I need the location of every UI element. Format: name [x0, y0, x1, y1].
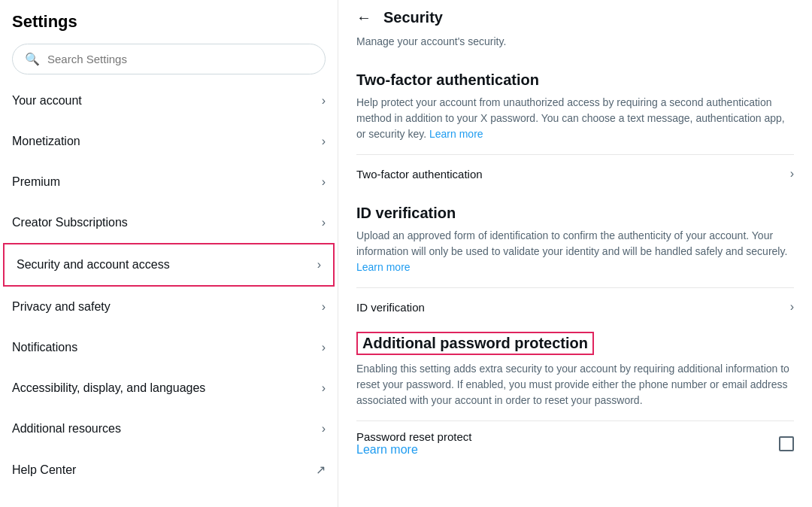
sidebar-item-label: Accessibility, display, and languages — [12, 381, 205, 395]
sidebar-item-your-account[interactable]: Your account › — [0, 80, 338, 121]
sidebar-item-monetization[interactable]: Monetization › — [0, 121, 338, 162]
sidebar: Settings 🔍 Your account › Monetization ›… — [0, 0, 338, 507]
password-reset-row: Password reset protect Learn more — [356, 424, 794, 457]
chevron-right-icon: › — [322, 216, 326, 229]
id-verification-heading: ID verification — [356, 205, 794, 222]
chevron-right-icon: › — [322, 381, 326, 395]
sidebar-item-label: Creator Subscriptions — [12, 216, 128, 229]
chevron-right-icon: › — [790, 300, 794, 314]
sidebar-item-label: Your account — [12, 94, 82, 108]
sidebar-item-accessibility[interactable]: Accessibility, display, and languages › — [0, 368, 338, 408]
password-reset-info: Password reset protect Learn more — [356, 430, 471, 457]
two-factor-auth-desc: Help protect your account from unauthori… — [356, 95, 794, 142]
id-verification-desc: Upload an approved form of identificatio… — [356, 228, 794, 275]
chevron-right-icon: › — [322, 94, 326, 108]
id-verification-item-label: ID verification — [356, 301, 425, 314]
content-title: Security — [383, 9, 443, 26]
sidebar-item-help-center[interactable]: Help Center ↗ — [0, 449, 338, 490]
external-link-icon: ↗ — [316, 463, 326, 477]
search-container: 🔍 — [0, 38, 338, 80]
two-factor-auth-heading: Two-factor authentication — [356, 71, 794, 89]
back-button[interactable]: ← — [356, 9, 371, 26]
chevron-right-icon: › — [322, 422, 326, 436]
section-two-factor-auth: Two-factor authentication Help protect y… — [356, 71, 794, 193]
content-panel: ← Security Manage your account's securit… — [338, 0, 812, 507]
sidebar-item-premium[interactable]: Premium › — [0, 162, 338, 202]
chevron-right-icon: › — [790, 167, 794, 181]
search-input[interactable] — [47, 53, 313, 65]
sidebar-item-label: Notifications — [12, 341, 77, 354]
sidebar-item-label: Premium — [12, 175, 60, 189]
chevron-right-icon: › — [322, 175, 326, 189]
search-icon: 🔍 — [25, 52, 40, 66]
divider — [356, 420, 794, 421]
password-reset-label: Password reset protect — [356, 430, 471, 443]
additional-password-protection-desc: Enabling this setting adds extra securit… — [356, 361, 794, 408]
password-reset-checkbox[interactable] — [779, 436, 794, 451]
sidebar-item-additional-resources[interactable]: Additional resources › — [0, 408, 338, 449]
id-verification-item[interactable]: ID verification › — [356, 287, 794, 326]
id-verification-learn-more[interactable]: Learn more — [356, 261, 411, 273]
sidebar-nav: Your account › Monetization › Premium › … — [0, 80, 338, 490]
sidebar-item-label: Help Center — [12, 463, 76, 477]
password-reset-learn-more[interactable]: Learn more — [356, 443, 418, 456]
content-subtitle: Manage your account's security. — [356, 29, 794, 59]
chevron-right-icon: › — [322, 300, 326, 314]
content-header: ← Security — [356, 0, 794, 29]
sidebar-item-privacy-safety[interactable]: Privacy and safety › — [0, 287, 338, 327]
chevron-right-icon: › — [322, 341, 326, 354]
sidebar-item-security-account-access[interactable]: Security and account access › — [3, 243, 335, 287]
two-factor-auth-item-label: Two-factor authentication — [356, 168, 483, 181]
sidebar-item-label: Privacy and safety — [12, 300, 111, 314]
sidebar-item-label: Additional resources — [12, 422, 121, 436]
two-factor-auth-learn-more[interactable]: Learn more — [429, 128, 483, 140]
sidebar-item-label: Monetization — [12, 135, 80, 148]
chevron-right-icon: › — [317, 258, 321, 272]
settings-title: Settings — [0, 0, 338, 38]
section-id-verification: ID verification Upload an approved form … — [356, 205, 794, 326]
two-factor-auth-item[interactable]: Two-factor authentication › — [356, 154, 794, 193]
additional-password-protection-heading: Additional password protection — [362, 335, 588, 351]
sidebar-item-notifications[interactable]: Notifications › — [0, 327, 338, 368]
section-additional-password-protection: Additional password protection Enabling … — [356, 332, 794, 457]
search-box[interactable]: 🔍 — [12, 44, 326, 74]
chevron-right-icon: › — [322, 135, 326, 148]
sidebar-item-label: Security and account access — [17, 258, 170, 272]
sidebar-item-creator-subscriptions[interactable]: Creator Subscriptions › — [0, 202, 338, 243]
